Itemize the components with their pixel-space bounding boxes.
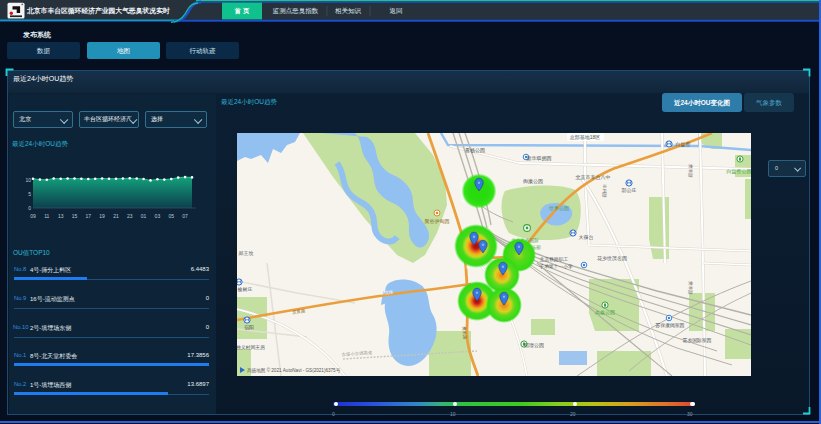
svg-text:01: 01 bbox=[141, 213, 147, 219]
svg-text:独义村回王房: 独义村回王房 bbox=[237, 344, 265, 351]
svg-text:看杨公园: 看杨公园 bbox=[465, 147, 485, 154]
svg-text:21: 21 bbox=[113, 213, 119, 219]
svg-text:新华双拥园: 新华双拥园 bbox=[527, 155, 552, 162]
svg-text:花乡国际家园: 花乡国际家园 bbox=[683, 337, 712, 344]
svg-text:白盆窑: 白盆窑 bbox=[676, 141, 691, 148]
svg-text:5: 5 bbox=[28, 191, 31, 197]
svg-text:子弟第十一小学: 子弟第十一小学 bbox=[539, 263, 573, 270]
svg-text:御康公园: 御康公园 bbox=[523, 178, 543, 185]
svg-text:白盆窑公园: 白盆窑公园 bbox=[727, 168, 752, 175]
svg-text:樊羊路: 樊羊路 bbox=[462, 326, 468, 340]
svg-text:15: 15 bbox=[72, 213, 78, 219]
svg-text:郭公庄: 郭公庄 bbox=[622, 187, 637, 194]
svg-text:樊羊路: 樊羊路 bbox=[688, 164, 693, 178]
svg-text:北京铁路职工: 北京铁路职工 bbox=[540, 256, 569, 263]
svg-text:樊羊路: 樊羊路 bbox=[688, 281, 693, 295]
svg-text:09: 09 bbox=[30, 213, 36, 219]
svg-text:聚谷伊甸园: 聚谷伊甸园 bbox=[425, 218, 450, 225]
svg-text:苏保康阔家园: 苏保康阔家园 bbox=[656, 322, 685, 329]
svg-text:高鑫公园: 高鑫公园 bbox=[595, 309, 615, 316]
svg-text:07: 07 bbox=[182, 213, 188, 219]
svg-text:大葆台: 大葆台 bbox=[579, 234, 594, 240]
svg-text:郑王坟: 郑王坟 bbox=[239, 250, 254, 256]
svg-text:北京市丰台八中: 北京市丰台八中 bbox=[576, 174, 611, 181]
svg-text:花乡世茂名园: 花乡世茂名园 bbox=[597, 255, 627, 262]
svg-text:丰科路: 丰科路 bbox=[602, 184, 607, 198]
svg-text:13: 13 bbox=[58, 213, 64, 219]
svg-text:熙璟公园: 熙璟公园 bbox=[524, 342, 544, 349]
svg-text:10: 10 bbox=[25, 177, 31, 183]
svg-text:总部基地18区: 总部基地18区 bbox=[570, 134, 601, 141]
svg-text:0: 0 bbox=[28, 205, 31, 211]
svg-text:高德地图 © 2021 AutoNavi - GS(2021: 高德地图 © 2021 AutoNavi - GS(2021)6375号 bbox=[247, 367, 341, 374]
svg-text:榆树庄: 榆树庄 bbox=[237, 286, 252, 292]
svg-text:宿阳: 宿阳 bbox=[244, 324, 254, 331]
svg-text:03: 03 bbox=[155, 213, 161, 219]
svg-text:17: 17 bbox=[86, 213, 92, 219]
svg-text:世界公园: 世界公园 bbox=[548, 205, 569, 212]
svg-text:19: 19 bbox=[99, 213, 105, 219]
svg-text:11: 11 bbox=[44, 213, 49, 219]
svg-text:05: 05 bbox=[169, 213, 175, 219]
svg-text:23: 23 bbox=[127, 213, 133, 219]
